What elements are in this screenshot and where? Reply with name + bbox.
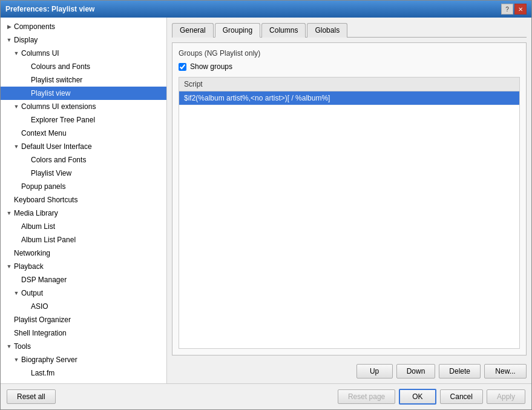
title-bar: Preferences: Playlist view ? ✕ — [1, 1, 531, 18]
tree-item-label: Playback — [14, 261, 44, 272]
tree-item-label: Explorer Tree Panel — [31, 114, 95, 125]
down-button[interactable]: Down — [396, 364, 436, 379]
collapse-icon[interactable]: ▼ — [13, 103, 20, 110]
apply-button[interactable]: Apply — [487, 389, 525, 404]
tree-item-label: ASIO — [31, 301, 48, 312]
collapse-icon[interactable]: ▼ — [13, 356, 20, 363]
tree-item-explorer-tree[interactable]: Explorer Tree Panel — [1, 113, 166, 127]
tree-item-label: Output — [21, 288, 43, 299]
tree-item-output[interactable]: ▼Output — [1, 286, 166, 300]
left-panel: ▶Components▼Display▼Columns UIColours an… — [1, 18, 167, 383]
tree-item-columns-ui[interactable]: ▼Columns UI — [1, 47, 166, 60]
tree-item-label: Album List — [21, 221, 55, 232]
tree-item-popup-panels[interactable]: Popup panels — [1, 180, 166, 193]
collapse-icon[interactable]: ▼ — [5, 343, 13, 350]
bottom-bar: Reset all Reset page OK Cancel Apply — [1, 383, 531, 409]
tree-item-colours-fonts[interactable]: Colours and Fonts — [1, 60, 166, 73]
close-button[interactable]: ✕ — [514, 4, 527, 15]
groups-section: Groups (NG Playlist only) Show groups Sc… — [172, 42, 527, 355]
tree-item-label: Default User Interface — [21, 141, 92, 152]
collapse-icon[interactable]: ▼ — [13, 289, 20, 297]
tree-item-playlist-view[interactable]: Playlist view — [1, 87, 166, 100]
groups-title: Groups (NG Playlist only) — [179, 49, 520, 58]
ok-button[interactable]: OK — [399, 389, 436, 405]
tree-item-label: Components — [14, 21, 55, 32]
tree-item-label: Colors and Fonts — [31, 154, 86, 165]
tree-item-label: Colours and Fonts — [31, 61, 90, 72]
title-bar-buttons: ? ✕ — [501, 4, 527, 15]
show-groups-checkbox[interactable] — [179, 63, 186, 71]
tree-item-label: Networking — [14, 248, 50, 259]
tree-item-label: Popup panels — [21, 181, 65, 192]
collapse-icon[interactable]: ▼ — [5, 263, 13, 270]
reset-all-button[interactable]: Reset all — [7, 389, 56, 404]
help-button[interactable]: ? — [501, 4, 513, 15]
tree-item-label: Playlist view — [31, 88, 70, 99]
tab-globals[interactable]: Globals — [307, 23, 347, 38]
tree-item-playlist-organizer[interactable]: Playlist Organizer — [1, 313, 166, 326]
collapse-icon[interactable]: ▼ — [13, 143, 20, 150]
collapse-icon[interactable]: ▼ — [13, 50, 20, 57]
show-groups-row: Show groups — [179, 62, 520, 71]
tree-item-label: Display — [14, 35, 38, 45]
tab-general[interactable]: General — [172, 23, 214, 38]
up-button[interactable]: Up — [356, 364, 393, 379]
tree-item-display[interactable]: ▼Display — [1, 33, 166, 47]
tree-item-label: Playlist switcher — [31, 74, 82, 85]
window-title: Preferences: Playlist view — [5, 5, 94, 13]
preferences-window: Preferences: Playlist view ? ✕ ▶Componen… — [0, 0, 532, 410]
tree-item-shell-integration[interactable]: Shell Integration — [1, 326, 166, 340]
tree-item-columns-ui-ext[interactable]: ▼Columns UI extensions — [1, 100, 166, 113]
script-table: Script $if2(%album artist%,<no artist>)[… — [179, 77, 520, 349]
tree-item-keyboard-shortcuts[interactable]: Keyboard Shortcuts — [1, 193, 166, 207]
tree-item-label: Columns UI extensions — [21, 101, 96, 112]
tree-container[interactable]: ▶Components▼Display▼Columns UIColours an… — [1, 18, 166, 383]
content-area: ▶Components▼Display▼Columns UIColours an… — [1, 18, 531, 383]
tree-item-label: Shell Integration — [14, 328, 67, 339]
tree-item-last-fm[interactable]: Last.fm — [1, 366, 166, 380]
tab-columns[interactable]: Columns — [261, 23, 306, 38]
script-body[interactable]: $if2(%album artist%,<no artist>)[ / %alb… — [179, 91, 519, 348]
tree-item-label: Context Menu — [21, 128, 67, 139]
show-groups-label: Show groups — [190, 62, 232, 71]
collapse-icon[interactable]: ▼ — [5, 210, 13, 217]
tree-item-album-list[interactable]: Album List — [1, 220, 166, 233]
tree-item-label: Biography Server — [21, 354, 77, 365]
new-button[interactable]: New... — [484, 364, 527, 379]
tree-item-default-ui[interactable]: ▼Default User Interface — [1, 140, 166, 153]
tree-item-playback[interactable]: ▼Playback — [1, 260, 166, 273]
tree-item-playlist-view-dui[interactable]: Playlist View — [1, 167, 166, 180]
script-row[interactable]: $if2(%album artist%,<no artist>)[ / %alb… — [179, 91, 519, 105]
tree-item-label: Media Library — [14, 208, 58, 219]
tree-item-label: Keyboard Shortcuts — [14, 194, 77, 205]
tree-item-label: Album List Panel — [21, 234, 76, 245]
tree-item-label: Last.fm — [31, 368, 54, 379]
tree-item-components[interactable]: ▶Components — [1, 20, 166, 33]
tree-item-playlist-switcher[interactable]: Playlist switcher — [1, 73, 166, 87]
collapse-icon[interactable]: ▼ — [5, 36, 13, 44]
tree-item-colors-fonts-dui[interactable]: Colors and Fonts — [1, 153, 166, 167]
tree-item-asio[interactable]: ASIO — [1, 300, 166, 313]
delete-button[interactable]: Delete — [439, 364, 481, 379]
tree-item-biography-server[interactable]: ▼Biography Server — [1, 353, 166, 366]
action-buttons: Up Down Delete New... — [172, 364, 527, 379]
tree-item-label: Playlist View — [31, 168, 71, 179]
right-panel: GeneralGroupingColumnsGlobals Groups (NG… — [167, 18, 531, 383]
tree-item-label: Tools — [14, 341, 31, 352]
tree-item-context-menu[interactable]: Context Menu — [1, 127, 166, 140]
tree-item-label: DSP Manager — [21, 274, 67, 285]
tab-content: Groups (NG Playlist only) Show groups Sc… — [172, 42, 527, 379]
tabs-row: GeneralGroupingColumnsGlobals — [172, 22, 527, 38]
tree-item-label: Playlist Organizer — [14, 314, 71, 325]
reset-page-button[interactable]: Reset page — [338, 389, 395, 404]
tree-item-networking[interactable]: Networking — [1, 246, 166, 260]
tree-item-album-list-panel[interactable]: Album List Panel — [1, 233, 166, 246]
cancel-button[interactable]: Cancel — [440, 389, 483, 404]
expand-icon[interactable]: ▶ — [5, 23, 13, 30]
tree-item-tools[interactable]: ▼Tools — [1, 340, 166, 353]
tree-item-dsp-manager[interactable]: DSP Manager — [1, 273, 166, 286]
tree-item-label: Columns UI — [21, 48, 59, 59]
tree-item-media-library[interactable]: ▼Media Library — [1, 207, 166, 220]
tab-grouping[interactable]: Grouping — [215, 23, 260, 38]
script-header: Script — [179, 78, 519, 91]
